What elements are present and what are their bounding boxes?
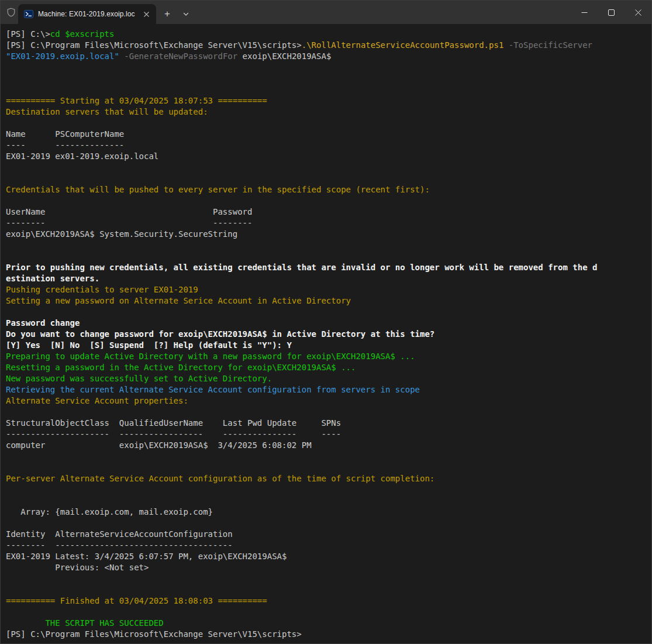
terminal-line: [6, 518, 651, 529]
terminal-line: [PS] C:\>cd $exscripts: [6, 29, 651, 40]
terminal-line: Identity AlternateServiceAccountConfigur…: [6, 529, 651, 540]
terminal-line: computer exoip\EXCH2019ASA$ 3/4/2025 6:0…: [6, 440, 651, 451]
minimize-button[interactable]: [571, 1, 598, 24]
terminal-line: UserName Password: [6, 206, 651, 218]
terminal-line: [PS] C:\Program Files\Microsoft\Exchange…: [6, 40, 651, 51]
tab-machine-ex01[interactable]: Machine: EX01-2019.exoip.loc: [18, 4, 156, 24]
terminal-line: Destination servers that will be updated…: [6, 106, 651, 118]
terminal-line: -------- --------: [6, 218, 651, 229]
terminal-line: [6, 73, 651, 84]
tab-dropdown-button[interactable]: [177, 4, 195, 24]
terminal-line: Setting a new password on Alternate Seri…: [6, 295, 651, 306]
terminal-line: THE SCRIPT HAS SUCCEEDED: [6, 618, 651, 629]
terminal-line: Retrieving the current Alternate Service…: [6, 384, 651, 395]
terminal-line: New password was successfully set to Act…: [6, 373, 651, 384]
terminal-line: [6, 306, 651, 318]
terminal-line: [6, 240, 651, 251]
terminal-line: [6, 584, 651, 595]
terminal-line: Alternate Service Account properties:: [6, 395, 651, 407]
chevron-down-icon: [182, 11, 189, 18]
terminal-line: EX01-2019 ex01-2019.exoip.local: [6, 151, 651, 162]
terminal-line: ========== Starting at 03/04/2025 18:07:…: [6, 95, 651, 106]
terminal-line: [6, 607, 651, 618]
terminal-line: ========== Finished at 03/04/2025 18:08:…: [6, 595, 651, 607]
terminal-line: [6, 118, 651, 129]
terminal-line: Credentials that will be pushed to every…: [6, 184, 651, 195]
terminal-line: -------- -------------------------------…: [6, 540, 651, 551]
terminal-line: EX01-2019 Latest: 3/4/2025 6:07:57 PM, e…: [6, 551, 651, 562]
minimize-icon: [581, 9, 588, 16]
terminal-line: [6, 173, 651, 184]
terminal-line: estination servers.: [6, 273, 651, 284]
maximize-button[interactable]: [598, 1, 625, 24]
admin-shield-icon: [6, 7, 16, 18]
terminal-line: exoip\EXCH2019ASA$ System.Security.Secur…: [6, 229, 651, 240]
terminal-line: [6, 195, 651, 206]
title-bar[interactable]: Machine: EX01-2019.exoip.loc +: [1, 1, 651, 24]
tab-title: Machine: EX01-2019.exoip.loc: [38, 10, 135, 18]
terminal-line: [6, 62, 651, 73]
terminal-line: "EX01-2019.exoip.local" -GenerateNewPass…: [6, 51, 651, 62]
close-button[interactable]: [625, 1, 651, 24]
terminal-line: Pushing credentials to server EX01-2019: [6, 284, 651, 295]
terminal-line: [6, 484, 651, 495]
terminal-line: [6, 451, 651, 462]
terminal-line: Prior to pushing new credentials, all ex…: [6, 262, 651, 273]
terminal-line: [6, 573, 651, 584]
terminal-output[interactable]: [PS] C:\>cd $exscripts[PS] C:\Program Fi…: [1, 24, 651, 643]
terminal-line: Do you want to change password for exoip…: [6, 329, 651, 340]
terminal-line: [6, 462, 651, 473]
terminal-window: Machine: EX01-2019.exoip.loc +: [0, 0, 652, 644]
tab-close-icon[interactable]: [140, 8, 153, 20]
terminal-line: Name PSComputerName: [6, 129, 651, 140]
terminal-line: Per-server Alternate Service Account con…: [6, 473, 651, 484]
terminal-line: [PS] C:\Program Files\Microsoft\Exchange…: [6, 629, 651, 640]
terminal-line: --------------------- ----------------- …: [6, 429, 651, 440]
terminal-line: Array: {mail.exoip.com, mail.exoip.com}: [6, 507, 651, 518]
terminal-line: Preparing to update Active Directory wit…: [6, 351, 651, 362]
new-tab-button[interactable]: +: [157, 4, 177, 24]
terminal-line: StructuralObjectClass QualifiedUserName …: [6, 418, 651, 429]
terminal-line: [6, 495, 651, 507]
terminal-line: Previous: <Not set>: [6, 562, 651, 573]
terminal-line: Password change: [6, 318, 651, 329]
terminal-line: Resetting a password in the Active Direc…: [6, 362, 651, 373]
close-icon: [635, 9, 641, 16]
maximize-icon: [608, 9, 615, 16]
terminal-line: [6, 84, 651, 95]
terminal-line: [6, 251, 651, 262]
terminal-line: [Y] Yes [N] No [S] Suspend [?] Help (def…: [6, 340, 651, 351]
terminal-line: ---- --------------: [6, 140, 651, 151]
terminal-line: [6, 407, 651, 418]
powershell-icon: [24, 9, 33, 19]
terminal-line: [6, 162, 651, 173]
